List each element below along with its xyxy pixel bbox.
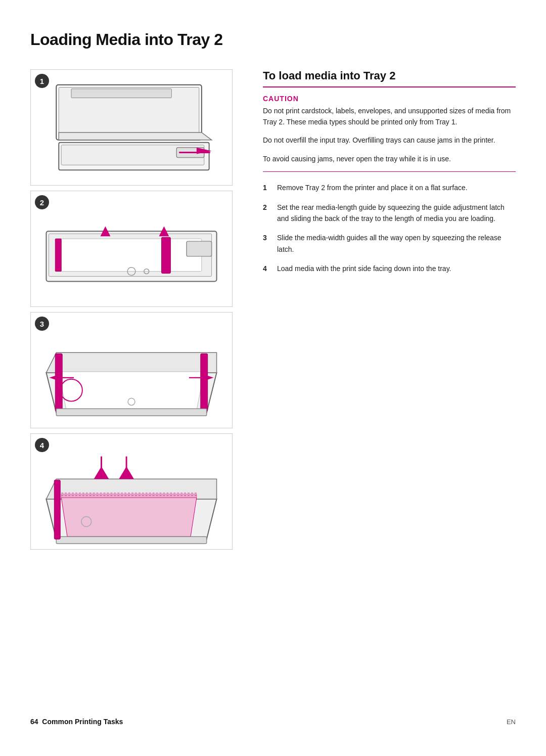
caution-label: CAUTION bbox=[263, 95, 516, 103]
step-badge-4: 4 bbox=[35, 438, 49, 452]
page-container: Loading Media into Tray 2 1 bbox=[0, 0, 546, 756]
section-rule bbox=[263, 171, 516, 172]
diagram-svg-3 bbox=[31, 313, 232, 428]
svg-marker-20 bbox=[46, 352, 216, 373]
svg-rect-12 bbox=[161, 237, 170, 273]
list-item: 4 Load media with the print side facing … bbox=[263, 263, 516, 274]
svg-rect-13 bbox=[55, 239, 61, 271]
svg-rect-22 bbox=[55, 353, 62, 411]
svg-marker-21 bbox=[59, 372, 204, 410]
svg-marker-33 bbox=[61, 498, 197, 537]
diagram-svg-1 bbox=[31, 70, 232, 185]
svg-rect-16 bbox=[187, 241, 212, 256]
diagrams-column: 1 bbox=[30, 69, 243, 702]
list-item: 2 Set the rear media-length guide by squ… bbox=[263, 202, 516, 225]
step-badge-3: 3 bbox=[35, 317, 49, 331]
footer-left: 64 Common Printing Tasks bbox=[30, 718, 123, 726]
section-title: To load media into Tray 2 bbox=[263, 69, 516, 82]
diagram-svg-2 bbox=[31, 191, 232, 306]
svg-rect-23 bbox=[201, 353, 208, 411]
footer-section-label: Common Printing Tasks bbox=[42, 718, 123, 726]
steps-list: 1 Remove Tray 2 from the printer and pla… bbox=[263, 182, 516, 282]
svg-marker-34 bbox=[61, 494, 197, 498]
step-text-1: Remove Tray 2 from the printer and place… bbox=[277, 182, 516, 193]
step-number-1: 1 bbox=[263, 182, 272, 193]
svg-rect-11 bbox=[56, 239, 201, 271]
note-paragraph-2: To avoid causing jams, never open the tr… bbox=[263, 153, 516, 164]
svg-rect-2 bbox=[71, 89, 171, 98]
step-text-3: Slide the media-width guides all the way… bbox=[277, 232, 516, 255]
diagram-svg-4 bbox=[31, 434, 232, 549]
step-badge-1: 1 bbox=[35, 74, 49, 88]
instructions-column: To load media into Tray 2 CAUTION Do not… bbox=[263, 69, 516, 702]
list-item: 1 Remove Tray 2 from the printer and pla… bbox=[263, 182, 516, 193]
note-paragraph-1: Do not overfill the input tray. Overfill… bbox=[263, 135, 516, 146]
step-number-4: 4 bbox=[263, 263, 272, 274]
diagram-2: 2 bbox=[30, 191, 233, 307]
page-title: Loading Media into Tray 2 bbox=[30, 30, 516, 49]
step-text-4: Load media with the print side facing do… bbox=[277, 263, 516, 274]
step-text-2: Set the rear media-length guide by squee… bbox=[277, 202, 516, 225]
diagram-1: 1 bbox=[30, 69, 233, 186]
step-badge-2: 2 bbox=[35, 195, 49, 209]
footer-page-number: 64 bbox=[30, 718, 38, 726]
diagram-3: 3 bbox=[30, 312, 233, 428]
list-item: 3 Slide the media-width guides all the w… bbox=[263, 232, 516, 255]
diagram-4: 4 bbox=[30, 433, 233, 550]
svg-rect-41 bbox=[56, 537, 206, 544]
svg-marker-3 bbox=[59, 132, 211, 140]
main-content: 1 bbox=[30, 69, 516, 702]
svg-rect-42 bbox=[54, 480, 60, 539]
step-number-2: 2 bbox=[263, 202, 272, 225]
caution-text: Do not print cardstock, labels, envelope… bbox=[263, 106, 516, 127]
svg-rect-29 bbox=[56, 409, 206, 416]
footer-locale: EN bbox=[507, 718, 516, 726]
title-rule bbox=[263, 86, 516, 87]
step-number-3: 3 bbox=[263, 232, 272, 255]
page-footer: 64 Common Printing Tasks EN bbox=[30, 702, 516, 726]
